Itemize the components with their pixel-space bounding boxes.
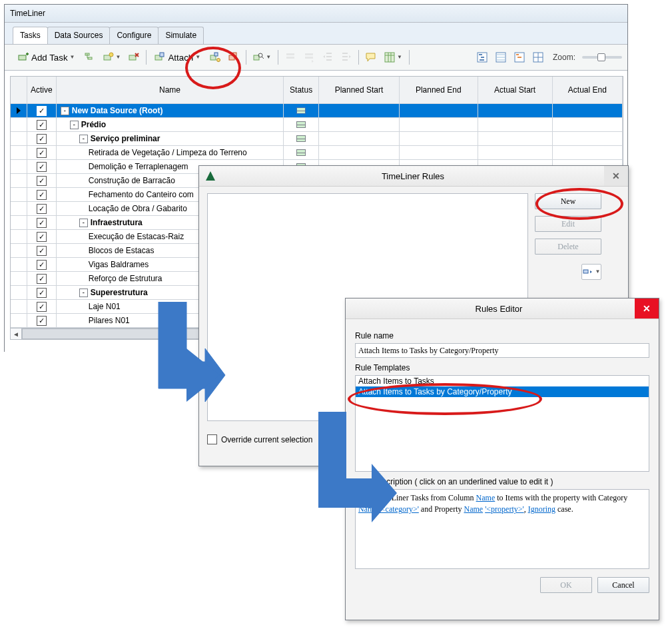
task-indent-button[interactable]	[81, 49, 99, 65]
active-checkbox[interactable]	[37, 148, 47, 158]
task-name: Retirada de Vegetação / Limpeza do Terre…	[89, 148, 247, 157]
svg-rect-26	[497, 57, 505, 58]
task-name: Reforço de Estrutura	[89, 274, 163, 283]
active-checkbox[interactable]	[37, 204, 47, 214]
svg-rect-16	[286, 57, 294, 59]
zoom-slider[interactable]	[582, 56, 622, 59]
gantt-view-4-button[interactable]	[529, 49, 547, 65]
indent-button[interactable]	[338, 49, 355, 65]
tree-toggle-icon[interactable]: -	[61, 107, 69, 115]
titlebar[interactable]: TimeLiner	[5, 5, 627, 23]
rules-options-button[interactable]: ▼	[581, 264, 601, 280]
gantt-view-3-button[interactable]	[511, 49, 528, 65]
gantt-view-2-button[interactable]	[492, 49, 509, 65]
app-icon	[204, 170, 216, 182]
tab-simulate[interactable]: Simulate	[158, 27, 204, 44]
window-title: TimeLiner	[10, 9, 45, 18]
tab-data-sources[interactable]: Data Sources	[47, 27, 111, 44]
close-icon[interactable]: ✕	[635, 299, 659, 318]
col-planned-end[interactable]: Planned End	[400, 77, 478, 103]
col-planned-start[interactable]: Planned Start	[319, 77, 400, 103]
rule-description-label: Rule description ( click on an underline…	[355, 477, 649, 486]
list-item[interactable]: Attach Items to Tasks	[356, 376, 649, 386]
active-checkbox[interactable]	[37, 162, 47, 172]
rules-editor-titlebar[interactable]: Rules Editor ✕	[346, 299, 659, 319]
tree-toggle-icon[interactable]: -	[79, 219, 88, 227]
col-actual-start[interactable]: Actual Start	[478, 77, 553, 103]
rule-name-label: Rule name	[355, 331, 649, 340]
active-checkbox[interactable]	[37, 302, 47, 312]
svg-rect-19	[385, 53, 394, 62]
tab-tasks[interactable]: Tasks	[13, 27, 48, 44]
outdent-button[interactable]	[319, 49, 336, 65]
task-name: Prédio	[81, 120, 106, 129]
status-icon	[296, 149, 306, 156]
active-checkbox[interactable]	[37, 274, 47, 284]
auto-attach-using-rules-button[interactable]	[206, 49, 224, 65]
active-checkbox[interactable]	[37, 190, 47, 200]
delete-button[interactable]: Delete	[535, 239, 601, 255]
active-checkbox[interactable]	[37, 316, 47, 326]
active-checkbox[interactable]	[37, 260, 47, 270]
rule-templates-label: Rule Templates	[355, 363, 649, 372]
table-row[interactable]: Retirada de Vegetação / Limpeza do Terre…	[11, 146, 623, 160]
clear-attachment-button[interactable]	[225, 49, 242, 65]
table-row[interactable]: -Prédio	[11, 118, 623, 132]
active-checkbox[interactable]	[37, 120, 47, 130]
desc-link-property[interactable]: '<property>'	[485, 504, 524, 514]
add-task-button[interactable]: Add Task ▼	[13, 49, 80, 65]
toolbar: Add Task ▼ ▼ Attach ▼ ▼ ▼	[5, 45, 627, 71]
override-selection-checkbox[interactable]	[207, 434, 217, 444]
scroll-left-icon[interactable]: ◄	[11, 328, 22, 339]
svg-rect-7	[160, 53, 164, 57]
move-down-button[interactable]	[300, 49, 318, 65]
task-insert-button[interactable]: ▼	[100, 49, 125, 65]
svg-marker-32	[206, 171, 215, 181]
attach-button[interactable]: Attach ▼	[150, 49, 205, 65]
task-name: Execução de Estacas-Raiz	[89, 232, 184, 241]
active-checkbox[interactable]	[37, 246, 47, 256]
ok-button[interactable]: OK	[540, 577, 592, 593]
columns-button[interactable]: ▼	[381, 49, 406, 65]
find-items-button[interactable]: ▼	[250, 49, 274, 65]
desc-link-name3[interactable]: Name	[464, 504, 483, 514]
rules-editor-dialog: Rules Editor ✕ Rule name Rule Templates …	[345, 298, 659, 620]
tree-toggle-icon[interactable]: -	[70, 121, 79, 129]
col-active[interactable]: Active	[27, 77, 57, 103]
table-row[interactable]: -Serviço preliminar	[11, 132, 623, 146]
new-button[interactable]: New	[535, 193, 601, 209]
status-icon	[296, 121, 306, 128]
tree-toggle-icon[interactable]: -	[79, 289, 88, 297]
desc-link-ignoring[interactable]: Ignoring	[528, 504, 555, 514]
active-checkbox[interactable]	[37, 106, 47, 116]
svg-point-4	[109, 53, 113, 57]
active-checkbox[interactable]	[37, 288, 47, 298]
gantt-view-1-button[interactable]	[474, 49, 491, 65]
list-item[interactable]: Attach Items to Tasks by Category/Proper…	[356, 386, 649, 397]
col-status[interactable]: Status	[284, 77, 319, 103]
rule-name-input[interactable]	[355, 343, 649, 358]
tree-toggle-icon[interactable]: -	[79, 135, 88, 143]
edit-button[interactable]: Edit	[535, 216, 601, 232]
tab-configure[interactable]: Configure	[109, 27, 159, 44]
active-checkbox[interactable]	[37, 218, 47, 228]
svg-rect-0	[19, 55, 26, 60]
task-delete-button[interactable]	[125, 49, 143, 65]
move-up-button[interactable]	[282, 49, 299, 65]
rule-templates-list[interactable]: Attach Items to Tasks Attach Items to Ta…	[355, 375, 649, 472]
status-icon	[296, 135, 306, 142]
cancel-button[interactable]: Cancel	[597, 577, 649, 593]
desc-link-name2[interactable]: Name	[358, 504, 378, 514]
col-name[interactable]: Name	[57, 77, 284, 103]
active-checkbox[interactable]	[37, 134, 47, 144]
close-icon[interactable]: ✕	[604, 166, 628, 186]
add-comment-button[interactable]	[362, 49, 380, 65]
active-checkbox[interactable]	[37, 232, 47, 242]
rules-titlebar[interactable]: TimeLiner Rules ✕	[199, 166, 628, 187]
active-checkbox[interactable]	[37, 176, 47, 186]
task-name: Demolição e Terraplenagem	[89, 162, 188, 171]
table-row[interactable]: -New Data Source (Root)	[11, 104, 623, 118]
desc-link-name1[interactable]: Name	[476, 493, 496, 502]
desc-link-category[interactable]: '<category>'	[380, 504, 419, 514]
col-actual-end[interactable]: Actual End	[553, 77, 623, 103]
